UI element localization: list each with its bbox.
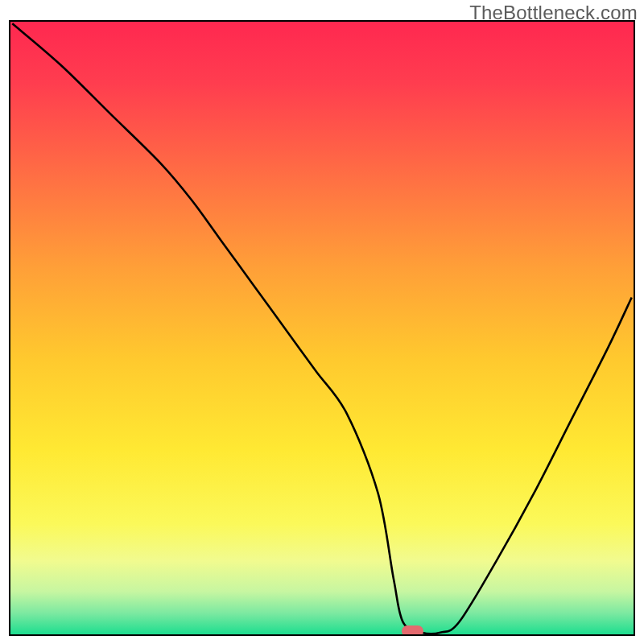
plot-area (9, 20, 635, 636)
watermark-text: TheBottleneck.com (469, 2, 638, 24)
curve-svg (10, 22, 634, 634)
bottleneck-curve (12, 23, 631, 634)
chart-frame: TheBottleneck.com (0, 0, 644, 644)
optimal-marker-icon (402, 625, 423, 636)
